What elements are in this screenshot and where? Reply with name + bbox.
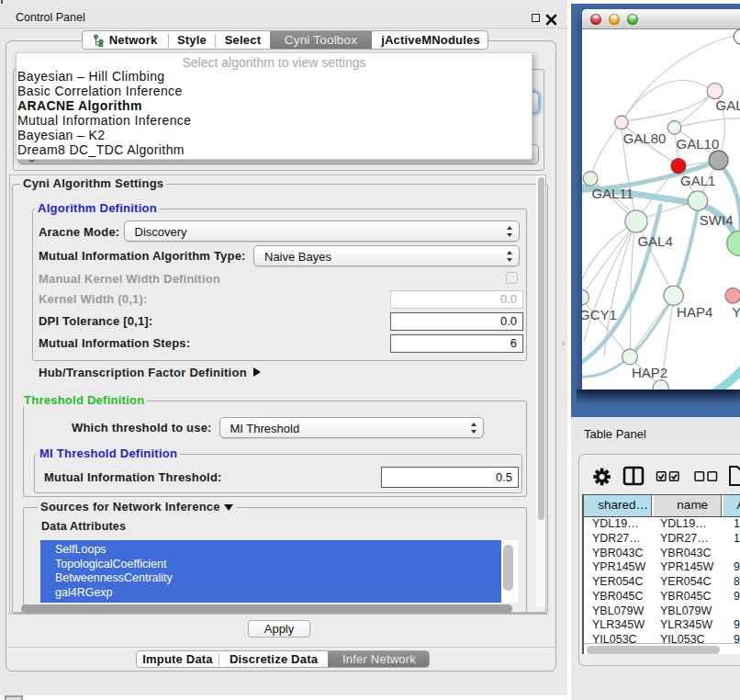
svg-text:GAL80: GAL80 xyxy=(623,130,667,146)
svg-text:YM: YM xyxy=(732,304,740,320)
svg-text:HAP2: HAP2 xyxy=(632,365,667,380)
svg-text:GCY1: GCY1 xyxy=(582,307,617,322)
svg-text:GAL11: GAL11 xyxy=(591,186,633,201)
svg-text:GAL10: GAL10 xyxy=(677,136,720,152)
svg-text:GAL2: GAL2 xyxy=(716,97,740,113)
svg-text:HAP4: HAP4 xyxy=(677,304,712,320)
svg-text:GAL4: GAL4 xyxy=(637,233,672,249)
svg-text:GAL1: GAL1 xyxy=(680,173,715,188)
svg-text:SWI4: SWI4 xyxy=(700,212,734,228)
